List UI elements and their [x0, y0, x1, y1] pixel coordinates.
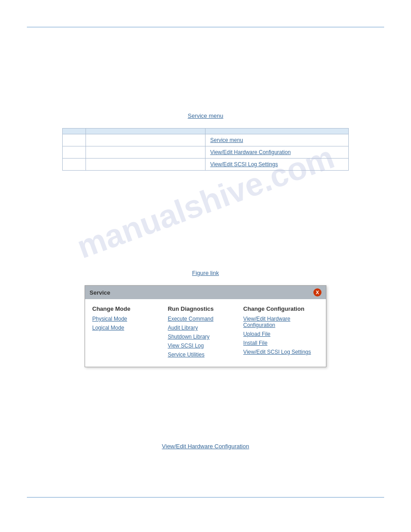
table-cell-link-2: View/Edit Hardware Configuration [206, 146, 349, 158]
table-row: View/Edit Hardware Configuration [63, 146, 349, 158]
bottom-paragraph-3 [27, 413, 376, 421]
table-link-3a[interactable]: View/Edit SCSI Log Settings [210, 161, 278, 167]
run-diagnostics-header: Run Diagnostics [168, 305, 239, 312]
change-configuration-column: Change Configuration View/Edit Hardware … [243, 305, 319, 360]
bottom-paragraph-2 [27, 399, 376, 408]
bottom-center-link[interactable]: View/Edit Hardware Configuration [162, 443, 249, 450]
service-utilities-link[interactable]: Service Utilities [168, 352, 239, 358]
top-paragraph-3 [27, 69, 376, 77]
top-center-link-container: Service menu [27, 112, 384, 119]
table-row: Service menu [63, 134, 349, 146]
middle-paragraph-2 [27, 198, 376, 206]
top-paragraph-5 [27, 97, 376, 105]
service-dialog: Service X Change Mode Physical Mode Logi… [85, 285, 326, 367]
close-button[interactable]: X [313, 288, 321, 296]
table-link-2[interactable]: View/Edit Hardware Configuration [210, 149, 291, 155]
middle-paragraph-5 [27, 240, 376, 249]
change-mode-column: Change Mode Physical Mode Logical Mode [92, 305, 168, 360]
execute-command-link[interactable]: Execute Command [168, 316, 239, 322]
middle-paragraph-4 [27, 226, 376, 235]
top-paragraph-4 [27, 83, 376, 91]
upload-file-link[interactable]: Upload File [243, 331, 314, 337]
bottom-spacer [27, 457, 376, 465]
table-cell-num-3 [63, 158, 86, 170]
top-paragraph-2 [27, 55, 376, 63]
middle-paragraph-1 [27, 184, 376, 193]
bottom-center-link-container: View/Edit Hardware Configuration [27, 443, 384, 450]
service-dialog-title: Service [90, 289, 110, 296]
bottom-paragraph-4 [27, 427, 376, 436]
view-edit-scsi-log-link[interactable]: View/Edit SCSI Log Settings [243, 349, 314, 355]
change-mode-header: Change Mode [92, 305, 163, 312]
audit-library-link[interactable]: Audit Library [168, 325, 239, 331]
top-center-link[interactable]: Service menu [188, 112, 223, 119]
table-cell-link-3: View/Edit SCSI Log Settings [206, 158, 349, 170]
table-cell-desc-2 [86, 146, 206, 158]
table-header-desc [86, 128, 206, 134]
table-row: View/Edit SCSI Log Settings [63, 158, 349, 170]
table-header-num [63, 128, 86, 134]
table-cell-num-2 [63, 146, 86, 158]
middle-paragraph-3 [27, 212, 376, 220]
install-file-link[interactable]: Install File [243, 340, 314, 346]
page-container: manualshive.com Service menu S [0, 27, 411, 532]
middle-center-link[interactable]: Figure link [192, 270, 219, 276]
info-table: Service menu View/Edit Hardware Configur… [62, 128, 349, 171]
middle-paragraph-6 [27, 254, 376, 262]
view-scsi-log-link[interactable]: View SCSI Log [168, 343, 239, 349]
top-rule [27, 27, 384, 27]
table-cell-desc-3 [86, 158, 206, 170]
table-link-1[interactable]: Service menu [210, 137, 243, 143]
change-configuration-header: Change Configuration [243, 305, 314, 312]
top-paragraph-1 [27, 41, 376, 49]
bottom-paragraph-1 [27, 385, 376, 394]
table-header-link [206, 128, 349, 134]
physical-mode-link[interactable]: Physical Mode [92, 316, 163, 322]
middle-section: Figure link [27, 184, 384, 276]
table-cell-desc-1 [86, 134, 206, 146]
view-edit-hardware-link[interactable]: View/Edit Hardware Configuration [243, 316, 314, 328]
bottom-spacer-2 [27, 471, 376, 479]
table-cell-num-1 [63, 134, 86, 146]
logical-mode-link[interactable]: Logical Mode [92, 325, 163, 331]
table-cell-link-1: Service menu [206, 134, 349, 146]
middle-center-link-container: Figure link [27, 270, 384, 276]
shutdown-library-link[interactable]: Shutdown Library [168, 334, 239, 340]
service-dialog-body: Change Mode Physical Mode Logical Mode R… [85, 299, 326, 367]
run-diagnostics-column: Run Diagnostics Execute Command Audit Li… [168, 305, 244, 360]
bottom-section: View/Edit Hardware Configuration [27, 385, 384, 479]
top-section: Service menu [27, 41, 384, 119]
bottom-rule [27, 497, 384, 498]
service-dialog-header: Service X [85, 286, 326, 299]
